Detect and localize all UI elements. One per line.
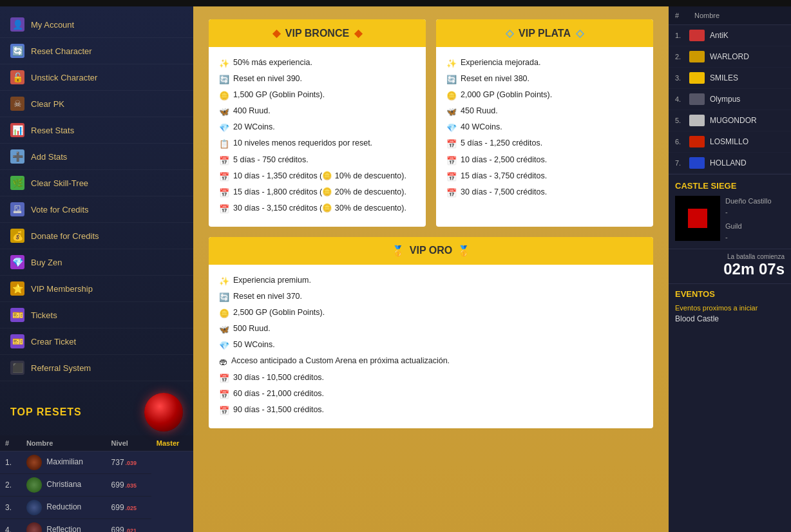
ranking-player-name: Olympus bbox=[710, 95, 740, 104]
vip-feature-icon: 📅 bbox=[219, 202, 229, 216]
sidebar-label-clear-pk: Clear PK bbox=[31, 99, 64, 109]
vip-feature-line: 🦋500 Ruud. bbox=[219, 322, 643, 337]
sidebar-item-donate-for-credits[interactable]: 💰Donate for Credits bbox=[0, 223, 193, 249]
main-content: ◆ VIP BRONCE ◆ ✨50% más experiencia.🔄Res… bbox=[193, 6, 669, 532]
sidebar-item-add-stats[interactable]: ➕Add Stats bbox=[0, 144, 193, 170]
bronce-icon-right: ◆ bbox=[354, 27, 362, 39]
castle-text: Dueño Castillo - Guild - bbox=[725, 196, 772, 242]
ranking-flag bbox=[689, 30, 705, 41]
col-nivel: Nivel bbox=[106, 435, 151, 451]
sidebar-item-clear-pk[interactable]: ☠Clear PK bbox=[0, 91, 193, 117]
rank-cell: 4. bbox=[0, 519, 21, 533]
vip-feature-icon: 🪙 bbox=[446, 89, 457, 103]
vip-feature-line: ✨Experiencia premium. bbox=[219, 274, 643, 289]
table-row: 2. Christiana 699.035 bbox=[0, 474, 193, 497]
vip-oro-header: 🥇 VIP ORO 🥇 bbox=[209, 237, 653, 265]
eventos-title: EVENTOS bbox=[675, 289, 785, 299]
vip-feature-icon: 📅 bbox=[446, 170, 457, 184]
vip-feature-icon: 📅 bbox=[219, 154, 229, 168]
sidebar-item-referral-system[interactable]: ⬛Referral System bbox=[0, 355, 193, 381]
vip-feature-text: 2,000 GP (Goblin Points). bbox=[461, 88, 552, 102]
vip-plata-body: ✨Experiencia mejorada.🔄Reset en nivel 38… bbox=[436, 47, 653, 211]
vip-feature-line: 🔄Reset en nivel 370. bbox=[219, 290, 643, 305]
ranking-row[interactable]: 7.HOLLAND bbox=[669, 153, 791, 174]
sidebar-icon-referral-system: ⬛ bbox=[10, 361, 24, 375]
sidebar-item-unstick-character[interactable]: 🔓Unstick Character bbox=[0, 64, 193, 91]
vip-feature-text: 50 WCoins. bbox=[233, 338, 275, 352]
sidebar-item-vip-membership[interactable]: ⭐VIP Membership bbox=[0, 276, 193, 302]
timer-section: La batalla comienza 02m 07s bbox=[669, 249, 791, 283]
sidebar-item-tickets[interactable]: 🎫Tickets bbox=[0, 302, 193, 328]
vip-feature-icon: 🪙 bbox=[219, 89, 229, 103]
vip-feature-icon: 📅 bbox=[446, 154, 457, 168]
vip-feature-icon: 🔄 bbox=[219, 290, 229, 305]
ranking-row[interactable]: 4.Olympus bbox=[669, 89, 791, 110]
vip-plata-header: ◇ VIP PLATA ◇ bbox=[436, 19, 653, 47]
ranking-flag bbox=[689, 157, 705, 169]
ranking-rank-num: 3. bbox=[675, 74, 689, 82]
vip-feature-line: 🪙1,500 GP (Goblin Points). bbox=[219, 88, 415, 103]
vip-feature-line: 🔄Reset en nivel 390. bbox=[219, 72, 415, 87]
vip-feature-line: 🏟Acceso anticipado a Custom Arena en pró… bbox=[219, 354, 643, 369]
top-resets-orb bbox=[144, 393, 183, 432]
sidebar-icon-unstick-character: 🔓 bbox=[10, 70, 24, 84]
sidebar-label-crear-ticket: Crear Ticket bbox=[31, 337, 76, 347]
sidebar-label-add-stats: Add Stats bbox=[31, 152, 67, 162]
vip-feature-text: 90 días - 31,500 créditos. bbox=[233, 403, 324, 417]
vip-feature-line: ✨50% más experiencia. bbox=[219, 56, 415, 71]
vip-feature-icon: 🏟 bbox=[219, 355, 227, 369]
castle-image bbox=[675, 196, 720, 241]
ranking-player-name: HOLLAND bbox=[710, 158, 747, 167]
vip-grid: ◆ VIP BRONCE ◆ ✨50% más experiencia.🔄Res… bbox=[209, 19, 653, 227]
vip-feature-icon: 🔄 bbox=[219, 73, 229, 87]
col-master: Master bbox=[151, 435, 193, 451]
sidebar-item-buy-zen[interactable]: 💎Buy Zen bbox=[0, 249, 193, 276]
sidebar-item-vote-for-credits[interactable]: 🗳Vote for Credits bbox=[0, 196, 193, 223]
vip-plata-title: VIP PLATA bbox=[519, 28, 571, 39]
vip-feature-line: 📅15 días - 3,750 créditos. bbox=[446, 169, 643, 184]
ranking-row[interactable]: 5.MUGONDOR bbox=[669, 110, 791, 131]
vip-feature-text: 10 días - 2,500 créditos. bbox=[461, 153, 547, 167]
sidebar-label-reset-character: Reset Character bbox=[31, 46, 92, 56]
ranking-col-hash: # bbox=[675, 12, 694, 19]
sidebar-label-donate-for-credits: Donate for Credits bbox=[31, 231, 99, 241]
sidebar-item-reset-stats[interactable]: 📊Reset Stats bbox=[0, 117, 193, 144]
castle-siege-title: CASTLE SIEGE bbox=[675, 181, 785, 191]
vip-feature-line: 📅30 días - 7,500 créditos. bbox=[446, 185, 643, 200]
vip-feature-icon: 📅 bbox=[446, 137, 457, 151]
vip-oro-card: 🥇 VIP ORO 🥇 ✨Experiencia premium.🔄Reset … bbox=[209, 237, 653, 428]
vip-feature-line: 📅30 días - 10,500 créditos. bbox=[219, 371, 643, 386]
sidebar-item-reset-character[interactable]: 🔄Reset Character bbox=[0, 38, 193, 64]
reset-badge: .039 bbox=[126, 460, 137, 466]
name-cell: Reduction bbox=[21, 497, 106, 519]
ranking-flag bbox=[689, 136, 705, 147]
ranking-rank-num: 5. bbox=[675, 117, 689, 124]
sidebar-icon-clear-pk: ☠ bbox=[10, 97, 24, 111]
vip-feature-icon: 📅 bbox=[446, 186, 457, 200]
sidebar-item-crear-ticket[interactable]: 🎫Crear Ticket bbox=[0, 328, 193, 355]
name-cell: Christiana bbox=[21, 474, 106, 497]
level-cell: 699.021 bbox=[106, 519, 151, 533]
plata-icon-right: ◇ bbox=[576, 27, 584, 39]
rank-cell: 2. bbox=[0, 474, 21, 497]
ranking-row[interactable]: 6.LOSMILLO bbox=[669, 131, 791, 153]
table-row: 4. Reflection 699.021 bbox=[0, 519, 193, 533]
vip-feature-text: 400 Ruud. bbox=[233, 104, 271, 118]
sidebar-label-vote-for-credits: Vote for Credits bbox=[31, 205, 89, 214]
player-avatar bbox=[26, 455, 42, 470]
name-cell: Maximilian bbox=[21, 451, 106, 474]
vip-feature-icon: 📅 bbox=[219, 388, 229, 402]
sidebar-item-my-account[interactable]: 👤My Account bbox=[0, 12, 193, 38]
reset-badge: .025 bbox=[126, 505, 137, 511]
sidebar-item-clear-skill-tree[interactable]: 🌿Clear Skill-Tree bbox=[0, 170, 193, 196]
vip-feature-text: Acceso anticipado a Custom Arena en próx… bbox=[231, 354, 450, 368]
vip-feature-text: 20 WCoins. bbox=[233, 120, 275, 134]
ranking-row[interactable]: 1.AntiK bbox=[669, 25, 791, 46]
player-avatar bbox=[26, 500, 42, 515]
vip-feature-icon: ✨ bbox=[219, 274, 229, 289]
vip-feature-line: 📅10 días - 2,500 créditos. bbox=[446, 153, 643, 168]
ranking-row[interactable]: 2.WARLORD bbox=[669, 46, 791, 68]
vip-feature-line: 💎50 WCoins. bbox=[219, 338, 643, 353]
ranking-row[interactable]: 3.SMILES bbox=[669, 68, 791, 89]
timer-value: 02m 07s bbox=[675, 260, 785, 278]
